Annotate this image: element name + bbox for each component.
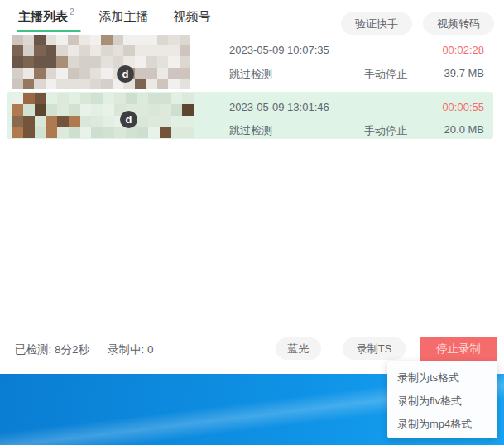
file-size-label: 39.7 MB bbox=[444, 67, 484, 79]
status-bar: 已检测: 8分2秒 录制中: 0 bbox=[15, 342, 154, 357]
tab-add-streamer[interactable]: 添加主播 bbox=[99, 9, 149, 32]
stop-mode-label: 手动停止 bbox=[364, 123, 407, 138]
stop-mode-label: 手动停止 bbox=[364, 67, 407, 82]
tab-add-streamer-label: 添加主播 bbox=[99, 9, 149, 23]
record-start-time: 2023-05-09 10:07:35 bbox=[229, 44, 329, 56]
app-window: 主播列表2 添加主播 视频号 验证快手 视频转码 d 2023-05-09 10… bbox=[0, 0, 504, 374]
record-duration: 00:00:55 bbox=[442, 101, 484, 113]
menu-item-record-ts[interactable]: 录制为ts格式 bbox=[387, 366, 497, 390]
menu-item-record-flv[interactable]: 录制为flv格式 bbox=[387, 390, 497, 413]
record-format-button[interactable]: 录制TS bbox=[343, 337, 406, 360]
record-start-time: 2023-05-09 13:01:46 bbox=[229, 101, 329, 113]
record-format-dropdown-menu: 录制为ts格式 录制为flv格式 录制为mp4格式 bbox=[387, 361, 497, 438]
streamer-avatar-blurred bbox=[12, 93, 194, 138]
streamer-row[interactable]: d 2023-05-09 10:07:35 00:02:28 跳过检测 手动停止… bbox=[0, 38, 504, 91]
douyin-platform-badge-icon: d bbox=[117, 65, 134, 83]
detected-time-label: 已检测: 8分2秒 bbox=[15, 342, 89, 357]
streamer-avatar-blurred bbox=[12, 35, 190, 89]
check-status-label: 跳过检测 bbox=[229, 67, 272, 82]
menu-item-record-mp4[interactable]: 录制为mp4格式 bbox=[387, 413, 497, 436]
tab-bar: 主播列表2 添加主播 视频号 bbox=[18, 9, 211, 32]
streamer-row[interactable]: d 2023-05-09 13:01:46 00:00:55 跳过检测 手动停止… bbox=[0, 92, 504, 139]
recording-count-label: 录制中: 0 bbox=[108, 342, 154, 357]
tab-streamer-list[interactable]: 主播列表2 bbox=[18, 9, 74, 32]
header-actions: 验证快手 视频转码 bbox=[341, 12, 494, 35]
quality-blue-ray-button[interactable]: 蓝光 bbox=[276, 337, 321, 360]
tab-streamer-list-label: 主播列表 bbox=[18, 9, 68, 23]
stop-record-button[interactable]: 停止录制 bbox=[420, 337, 497, 361]
douyin-platform-badge-icon: d bbox=[120, 111, 137, 128]
tab-video-channel[interactable]: 视频号 bbox=[174, 9, 211, 32]
tab-streamer-count-badge: 2 bbox=[70, 7, 74, 17]
verify-kuaishou-button[interactable]: 验证快手 bbox=[341, 12, 412, 35]
record-duration: 00:02:28 bbox=[442, 44, 484, 56]
check-status-label: 跳过检测 bbox=[229, 123, 272, 138]
tab-video-channel-label: 视频号 bbox=[174, 9, 211, 23]
file-size-label: 20.0 MB bbox=[444, 123, 484, 136]
video-transcode-button[interactable]: 视频转码 bbox=[423, 12, 494, 35]
